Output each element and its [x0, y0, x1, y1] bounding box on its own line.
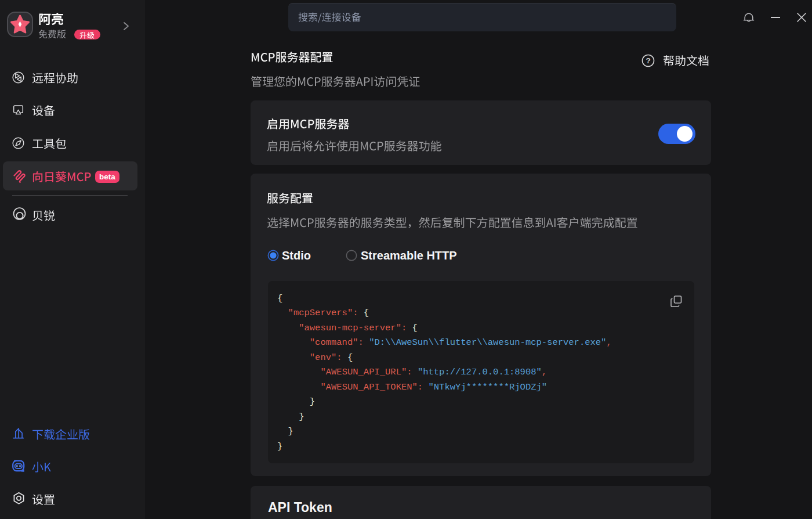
svg-text:?: ? — [646, 56, 650, 65]
